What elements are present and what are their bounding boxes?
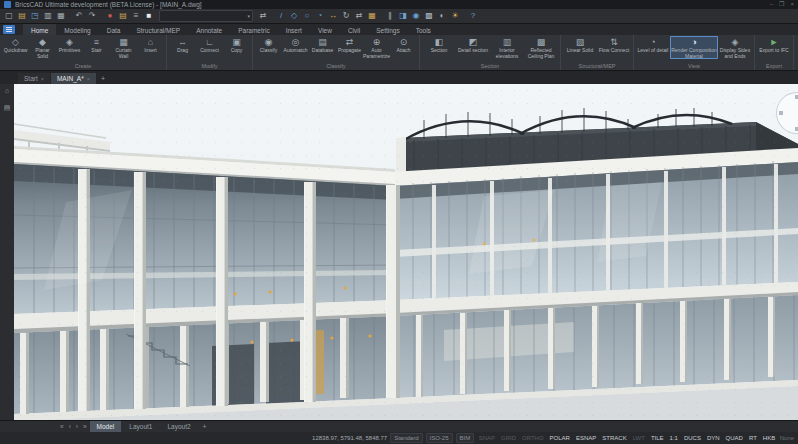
- display-sides-ends-button[interactable]: ◈ Display Sides and Ends: [718, 36, 752, 59]
- toggle-scale[interactable]: 1:1: [668, 435, 679, 441]
- copy-button[interactable]: ▣ Copy: [223, 36, 250, 54]
- help-icon[interactable]: ?: [467, 10, 479, 22]
- primitives-button[interactable]: ◈ Primitives: [56, 36, 83, 54]
- circle-icon[interactable]: ○: [301, 10, 313, 22]
- tab-layout1[interactable]: Layout1: [122, 421, 159, 432]
- layer-dropdown[interactable]: ▾: [159, 10, 253, 22]
- auto-parametrize-button[interactable]: ⊕ Auto Parametrize: [363, 36, 390, 59]
- next-layout-icon[interactable]: ›: [74, 421, 80, 432]
- drag-button[interactable]: ↔ Drag: [169, 36, 196, 54]
- quickdraw-button[interactable]: ◇ Quickdraw: [2, 36, 29, 54]
- last-layout-icon[interactable]: »: [81, 421, 89, 432]
- previous-layout-icon[interactable]: ‹: [67, 421, 73, 432]
- home-icon[interactable]: ⌂: [5, 87, 9, 95]
- section-button[interactable]: ◧ Section: [422, 36, 456, 54]
- attach-button[interactable]: ⊙ Attach: [390, 36, 417, 54]
- trim-icon[interactable]: ◨: [397, 10, 409, 22]
- text-style-field[interactable]: Standard: [390, 433, 422, 443]
- toggle-hkb[interactable]: HKB: [761, 435, 776, 441]
- match-properties-icon[interactable]: ⇄: [257, 10, 269, 22]
- render-composition-material-button[interactable]: ◑ Render Composition Material: [670, 36, 718, 59]
- new-document-button[interactable]: +: [97, 73, 109, 84]
- toggle-strack[interactable]: STRACK: [601, 435, 628, 441]
- color-box-icon[interactable]: ■: [143, 10, 155, 22]
- app-menu-button[interactable]: [3, 25, 15, 34]
- linetype-icon[interactable]: ≡: [130, 10, 142, 22]
- open-file-icon[interactable]: ▤: [16, 10, 28, 22]
- tab-parametric[interactable]: Parametric: [230, 24, 277, 35]
- tab-structural-mep[interactable]: Structural/MEP: [128, 24, 188, 35]
- workspace-field[interactable]: BIM: [456, 433, 475, 443]
- planar-solid-button[interactable]: ◆ Planar Solid: [29, 36, 56, 59]
- redo-icon[interactable]: ↷: [86, 10, 98, 22]
- propagate-button[interactable]: ⇄ Propagate: [336, 36, 363, 54]
- export-to-ifc-button[interactable]: ► Export to IFC: [757, 36, 791, 54]
- rotate-icon[interactable]: ↻: [340, 10, 352, 22]
- tab-model[interactable]: Model: [90, 421, 122, 432]
- flow-connect-button[interactable]: ⇅ Flow Connect: [597, 36, 631, 54]
- stair-button[interactable]: ≡ Stair: [83, 36, 110, 54]
- new-file-icon[interactable]: ▢: [3, 10, 15, 22]
- first-layout-icon[interactable]: «: [58, 421, 66, 432]
- polyline-icon[interactable]: ◇: [288, 10, 300, 22]
- add-layout-button[interactable]: +: [199, 423, 211, 430]
- maximize-button[interactable]: ❐: [779, 0, 784, 9]
- array-icon[interactable]: ▦: [366, 10, 378, 22]
- sun-icon[interactable]: ☀: [449, 10, 461, 22]
- minimize-button[interactable]: –: [770, 0, 773, 9]
- import-icon[interactable]: ▥: [42, 10, 54, 22]
- classify-button[interactable]: ◉ Classify: [255, 36, 282, 54]
- linear-solid-button[interactable]: ▧ Linear Solid: [563, 36, 597, 54]
- tab-home[interactable]: Home: [23, 24, 56, 35]
- mirror-icon[interactable]: ⇄: [353, 10, 365, 22]
- close-icon[interactable]: ×: [41, 76, 44, 82]
- toggle-rt[interactable]: RT: [747, 435, 758, 441]
- toggle-dyn[interactable]: DYN: [705, 435, 721, 441]
- curtain-wall-button[interactable]: ▦ Curtain Wall: [110, 36, 137, 59]
- toggle-tile[interactable]: TILE: [649, 435, 665, 441]
- database-button[interactable]: ▤ Database: [309, 36, 336, 54]
- connect-button[interactable]: ∟ Connect: [196, 36, 223, 54]
- tab-layout2[interactable]: Layout2: [160, 421, 197, 432]
- layers-panel-icon[interactable]: ▤: [4, 104, 11, 112]
- automatch-button[interactable]: ◎ Automatch: [282, 36, 309, 54]
- tab-modeling[interactable]: Modeling: [56, 24, 98, 35]
- views-icon[interactable]: ▩: [423, 10, 435, 22]
- insert-button[interactable]: ⌂ Insert: [137, 36, 164, 54]
- tab-tools[interactable]: Tools: [408, 24, 439, 35]
- toggle-quad[interactable]: QUAD: [724, 435, 744, 441]
- tab-data[interactable]: Data: [99, 24, 129, 35]
- toggle-ducs[interactable]: DUCS: [682, 435, 702, 441]
- entity-color-icon[interactable]: ●: [104, 10, 116, 22]
- offset-icon[interactable]: ∥: [384, 10, 396, 22]
- toggle-grid[interactable]: GRID: [500, 435, 518, 441]
- dim-style-field[interactable]: ISO-25: [426, 433, 453, 443]
- tab-settings[interactable]: Settings: [368, 24, 408, 35]
- tab-annotate[interactable]: Annotate: [188, 24, 230, 35]
- document-tab-main-a[interactable]: MAIN_A* ×: [51, 73, 96, 84]
- toggle-ortho[interactable]: ORTHO: [521, 435, 546, 441]
- render-icon[interactable]: ◐: [436, 10, 448, 22]
- reflected-ceiling-plan-button[interactable]: ▩ Reflected Ceiling Plan: [524, 36, 558, 59]
- tab-insert[interactable]: Insert: [278, 24, 310, 35]
- toggle-snap[interactable]: SNAP: [477, 435, 496, 441]
- print-icon[interactable]: ▦: [55, 10, 67, 22]
- level-of-detail-button[interactable]: ◔ Level of detail: [636, 36, 670, 54]
- toggle-polar[interactable]: POLAR: [548, 435, 571, 441]
- document-tab-start[interactable]: Start ×: [18, 73, 50, 84]
- move-icon[interactable]: ↔: [327, 10, 339, 22]
- detail-section-button[interactable]: ◩ Detail section: [456, 36, 490, 54]
- save-icon[interactable]: ◳: [29, 10, 41, 22]
- tab-civil[interactable]: Civil: [340, 24, 368, 35]
- line-icon[interactable]: /: [275, 10, 287, 22]
- orbit-icon[interactable]: ◉: [410, 10, 422, 22]
- model-3d-view[interactable]: [14, 84, 798, 420]
- undo-icon[interactable]: ↶: [73, 10, 85, 22]
- toggle-esnap[interactable]: ESNAP: [574, 435, 597, 441]
- interior-elevations-button[interactable]: ▥ Interior elevations: [490, 36, 524, 59]
- toggle-lwt[interactable]: LWT: [631, 435, 646, 441]
- layers-icon[interactable]: ▤: [117, 10, 129, 22]
- close-button[interactable]: ×: [790, 0, 794, 9]
- arc-icon[interactable]: ◔: [314, 10, 326, 22]
- tab-view[interactable]: View: [310, 24, 340, 35]
